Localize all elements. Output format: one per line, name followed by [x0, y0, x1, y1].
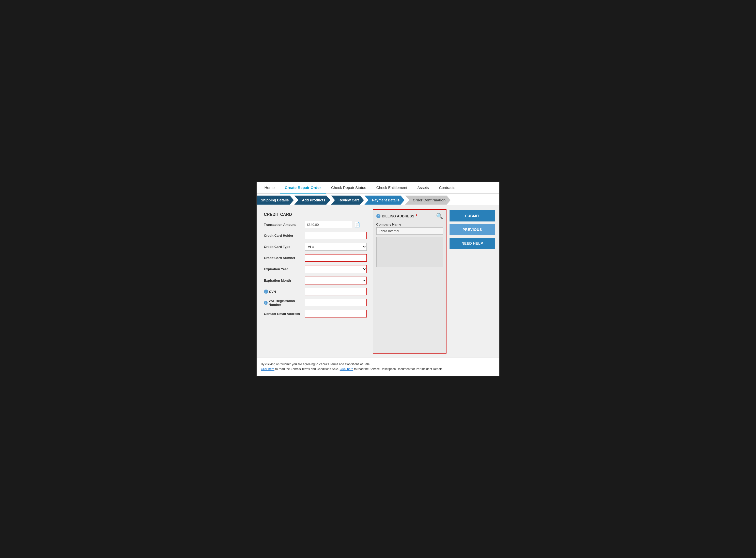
- vat-label: i VAT Registration Number: [264, 299, 305, 307]
- transaction-amount-input[interactable]: [305, 221, 352, 228]
- expiration-month-select[interactable]: [305, 277, 367, 284]
- credit-card-type-select[interactable]: Visa MasterCard American Express Discove…: [305, 243, 367, 251]
- footer-line1: By clicking on 'Submit' you are agreeing…: [261, 362, 495, 367]
- previous-button[interactable]: PREVIOUS: [449, 224, 495, 235]
- billing-company-name-label: Company Name: [376, 223, 443, 226]
- cvn-input[interactable]: [305, 288, 367, 295]
- nav-contracts[interactable]: Contracts: [434, 182, 460, 194]
- billing-address-section: i BILLING ADDRESS * 🔍 Company Name: [373, 209, 446, 354]
- main-content: CREDIT CARD Transaction Amount 📄 Credit …: [257, 205, 499, 358]
- contact-email-row: Contact Email Address: [264, 310, 367, 318]
- billing-info-icon[interactable]: i: [376, 214, 381, 218]
- wizard-step-payment-details: Payment Details: [364, 196, 405, 205]
- nav-home[interactable]: Home: [260, 182, 280, 194]
- expiration-year-row: Expiration Year: [264, 265, 367, 273]
- step-review-cart-btn[interactable]: Review Cart: [331, 196, 364, 205]
- cvn-row: i CVN: [264, 288, 367, 295]
- footer-line2: Click here to read the Zebra's Terms and…: [261, 367, 495, 372]
- expiration-year-label: Expiration Year: [264, 267, 305, 271]
- footer: By clicking on 'Submit' you are agreeing…: [257, 358, 499, 376]
- nav-check-entitlement[interactable]: Check Entitlement: [371, 182, 412, 194]
- billing-title: i BILLING ADDRESS *: [376, 214, 417, 219]
- footer-line2-suffix: to read the Service Description Document…: [354, 367, 442, 371]
- wizard-step-review-cart: Review Cart: [331, 196, 364, 205]
- step-add-products-btn[interactable]: Add Products: [294, 196, 331, 205]
- contact-email-label: Contact Email Address: [264, 312, 305, 316]
- credit-card-holder-label: Credit Card Holder: [264, 234, 305, 237]
- billing-required-star: *: [416, 214, 417, 219]
- footer-link-2[interactable]: Click here: [340, 367, 353, 371]
- wizard-step-order-confirmation: Order Confirmation: [405, 196, 451, 205]
- step-order-confirmation-btn[interactable]: Order Confirmation: [405, 196, 450, 205]
- wizard-step-add-products: Add Products: [294, 196, 331, 205]
- vat-input[interactable]: [305, 299, 367, 306]
- nav-check-repair-status[interactable]: Check Repair Status: [326, 182, 371, 194]
- footer-link-1[interactable]: Click here: [261, 367, 274, 371]
- credit-card-number-label: Credit Card Number: [264, 256, 305, 260]
- step-payment-details-btn[interactable]: Payment Details: [364, 196, 405, 205]
- credit-card-number-input[interactable]: [305, 254, 367, 261]
- expiration-year-select[interactable]: [305, 265, 367, 273]
- vat-row: i VAT Registration Number: [264, 299, 367, 307]
- nav-assets[interactable]: Assets: [412, 182, 434, 194]
- submit-button[interactable]: SUBMIT: [449, 210, 495, 222]
- transaction-amount-row: Transaction Amount 📄: [264, 221, 367, 228]
- cvn-label: i CVN: [264, 289, 305, 294]
- credit-card-holder-row: Credit Card Holder: [264, 232, 367, 239]
- main-container: Home Create Repair Order Check Repair St…: [256, 182, 500, 376]
- step-shipping-details-btn[interactable]: Shipping Details: [257, 196, 294, 205]
- billing-header: i BILLING ADDRESS * 🔍: [376, 213, 443, 220]
- nav-create-repair-order[interactable]: Create Repair Order: [280, 182, 326, 194]
- credit-card-number-row: Credit Card Number: [264, 254, 367, 261]
- action-section: SUBMIT PREVIOUS NEED HELP: [449, 209, 495, 354]
- wizard-bar: Shipping Details Add Products Review Car…: [257, 194, 499, 205]
- nav-bar: Home Create Repair Order Check Repair St…: [257, 182, 499, 194]
- credit-card-section: CREDIT CARD Transaction Amount 📄 Credit …: [261, 209, 370, 354]
- need-help-button[interactable]: NEED HELP: [449, 238, 495, 249]
- credit-card-type-row: Credit Card Type Visa MasterCard America…: [264, 243, 367, 251]
- billing-company-name-input[interactable]: [376, 227, 443, 235]
- credit-card-title: CREDIT CARD: [264, 212, 367, 217]
- cvn-info-icon[interactable]: i: [264, 289, 268, 294]
- transaction-amount-label: Transaction Amount: [264, 223, 305, 227]
- wizard-step-shipping: Shipping Details: [257, 196, 294, 205]
- footer-line2-middle: to read the Zebra's Terms and Conditions…: [275, 367, 340, 371]
- doc-icon[interactable]: 📄: [354, 222, 360, 228]
- credit-card-holder-input[interactable]: [305, 232, 367, 239]
- vat-info-icon[interactable]: i: [264, 301, 268, 305]
- contact-email-input[interactable]: [305, 310, 367, 318]
- billing-search-icon[interactable]: 🔍: [436, 213, 443, 220]
- expiration-month-label: Expiration Month: [264, 279, 305, 282]
- expiration-month-row: Expiration Month: [264, 277, 367, 284]
- credit-card-type-label: Credit Card Type: [264, 245, 305, 249]
- billing-address-textarea[interactable]: [376, 237, 443, 267]
